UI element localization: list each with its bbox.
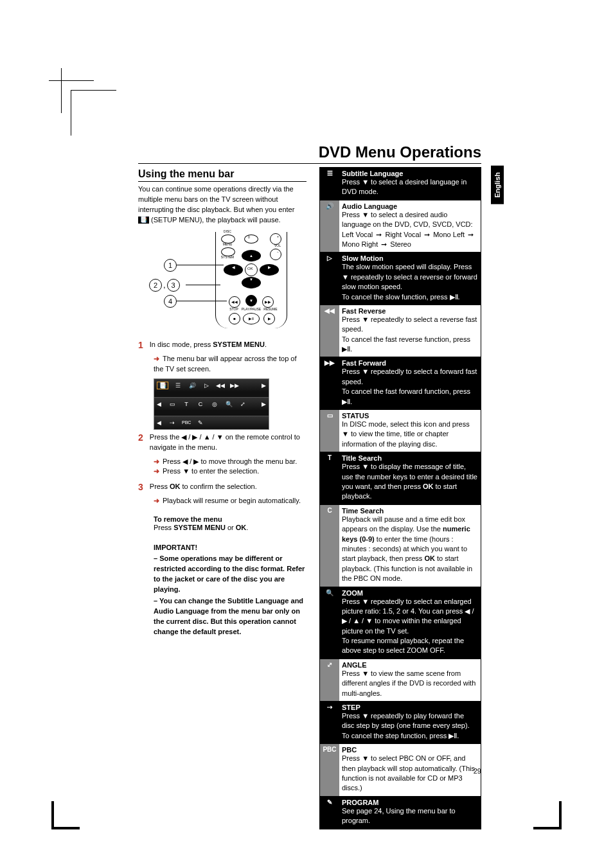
row-body: STEPPress ▼ repeatedly to play forward t… [339,702,481,744]
mb-pbc-icon: PBC [182,420,191,425]
mb-scroll-left-icon: ◀ [157,401,161,407]
row-title: Title Search [342,454,478,462]
row-icon: T [320,452,340,505]
row-body: Fast ForwardPress ▼ repeatedly to select… [339,357,481,410]
remote-down2-btn: ▼ [245,295,257,306]
table-row: ✎PROGRAMSee page 24, Using the menu bar … [320,796,481,829]
row-body: Slow MotionThe slow motion speed will di… [339,252,481,305]
table-row: ◀◀Fast ReversePress ▼ repeatedly to sele… [320,305,481,357]
remote-volminus-btn [270,249,281,260]
row-body: PROGRAMSee page 24, Using the menu bar t… [339,796,481,829]
row-body: ZOOMPress ▼ repeatedly to select an enla… [339,587,481,659]
arrow-icon: ➜ [154,496,163,506]
remove-b1: SYSTEM MENU [173,524,226,531]
language-tab: English [491,166,504,204]
row-body: STATUSIn DISC mode, select this icon and… [339,410,481,452]
table-row: CTime SearchPlayback will pause and a ti… [320,504,481,587]
remote-left-btn: ◀ [224,264,243,276]
mb-zoom-icon: 🔍 [224,401,233,407]
row-icon: ▭ [320,410,340,452]
remove-b2: OK [236,524,247,531]
row-body: PBCPress ▼ to select PBC ON or OFF, and … [339,744,481,797]
row-icon: ◀◀ [320,305,340,357]
left-column: Using the menu bar You can continue some… [138,168,306,637]
arrow-icon: ➜ [154,457,163,467]
row-icon: ▶▶ [320,357,340,410]
row-text: Press ▼ to select a desired audio langua… [342,210,478,230]
table-row: ⇢STEPPress ▼ repeatedly to play forward … [320,702,481,744]
row-title: Fast Reverse [342,307,478,315]
manual-page: DVD Menu Operations English Using the me… [0,0,613,868]
row-title: PROGRAM [342,799,478,806]
step-3: 3 Press OK to confirm the selection. [138,482,306,492]
remote-zero-label: 0 [248,236,250,239]
mb-scroll-right2-icon: ▶ [262,401,266,407]
row-text: Press ▼ to select PBC ON or OFF, and the… [342,754,478,793]
remote-vol-label: VOL [271,244,284,247]
remote-body: DISC 0 + MENU VOL SYSTEM − ▲ ▼ ◀ ▶ OK ◀ [215,232,287,328]
step-3-bold: OK [170,483,181,490]
title-rule [138,163,481,164]
remove-menu-text: Press SYSTEM MENU or OK. [154,523,306,533]
menu-bar-row-3: ◀ ⇢ PBC ✎ [154,416,269,429]
step-2-sub1-text: Press ◀ / ▶ to move through the menu bar… [163,457,297,465]
mb-step-icon: ⇢ [168,420,177,426]
table-row: ▷Slow MotionThe slow motion speed will d… [320,252,481,305]
row-title: ZOOM [342,589,478,597]
callout-3: 3 [167,279,180,292]
intro-paragraph: You can continue some operations directl… [138,184,306,226]
step-3-sub-text: Playback will resume or begin automatica… [163,497,301,504]
remove-pre: Press [154,524,173,531]
remote-down-btn: ▼ [242,277,261,288]
remove-menu-title: To remove the menu [154,515,306,523]
row-title: Time Search [342,507,478,515]
callout-4: 4 [164,295,177,308]
remote-zero-btn [244,235,258,244]
important-p2: – You can change the Subtitle Language a… [154,596,306,637]
remote-minus: − [277,251,279,254]
remote-menu-label: MENU [220,243,235,246]
row-icon: ▷ [320,252,340,305]
step-2: 2 Press the ◀ / ▶ / ▲ / ▼ on the remote … [138,432,306,453]
row-text2: To cancel the fast forward function, pre… [342,387,478,407]
row-body: Time SearchPlayback will pause and a tim… [339,504,481,587]
mb-time-icon: C [196,401,205,407]
step-2-text: Press the ◀ / ▶ / ▲ / ▼ on the remote co… [150,432,306,453]
row-title: Audio Language [342,202,478,210]
row-body: Audio LanguagePress ▼ to select a desire… [339,200,481,252]
arrow-icon: ➜ [154,354,163,364]
mb-scroll-left2-icon: ◀ [157,420,161,426]
row-text: See page 24, Using the menu bar to progr… [342,806,478,826]
row-title: STATUS [342,412,478,420]
row-icon: 🔊 [320,200,340,252]
step-2-sub2-text: Press ▼ to enter the selection. [163,467,259,475]
row-text: Press ▼ to display the message of title,… [342,462,478,502]
row-text2: To resume normal playback, repeat the ab… [342,636,478,656]
row-title: Subtitle Language [342,170,478,177]
row-title: Slow Motion [342,254,478,262]
mb-scroll-right-icon: ▶ [262,382,266,389]
step-1-sub: ➜The menu bar will appear across the top… [154,354,306,375]
feature-table-container: ☰Subtitle LanguagePress ▼ to select a de… [319,167,481,829]
row-text: Press ▼ repeatedly to select a reverse f… [342,315,478,335]
row-text: Press ▼ to select a desired language in … [342,177,478,197]
step-1-sub-text: The menu bar will appear across the top … [154,355,297,373]
mb-disc-icon: ◎ [210,401,219,407]
remote-ok-label: OK [247,267,253,270]
row-title: STEP [342,704,478,711]
step-1-num: 1 [138,340,143,350]
mb-angle-icon: ⤢ [238,401,247,407]
menu-bar-row-1: 📑 ☰ 🔊 ▷ ◀◀ ▶▶ ▶ [154,379,269,392]
mb-setup-icon: 📑 [157,382,168,389]
step-2-sub2: ➜Press ▼ to enter the selection. [154,466,306,477]
table-row: PBCPBCPress ▼ to select PBC ON or OFF, a… [320,744,481,797]
remote-playpause-btn: ▶Ⅱ [243,313,260,324]
page-title: DVD Menu Operations [319,143,481,161]
feature-table: ☰Subtitle LanguagePress ▼ to select a de… [319,167,481,829]
row-icon: ⤢ [320,659,340,701]
mb-status-icon: ▭ [168,401,177,407]
remove-mid: or [226,524,236,531]
row-icon: ⇢ [320,702,340,744]
mb-program-icon: ✎ [196,420,205,426]
crop-mark-br [533,801,562,829]
